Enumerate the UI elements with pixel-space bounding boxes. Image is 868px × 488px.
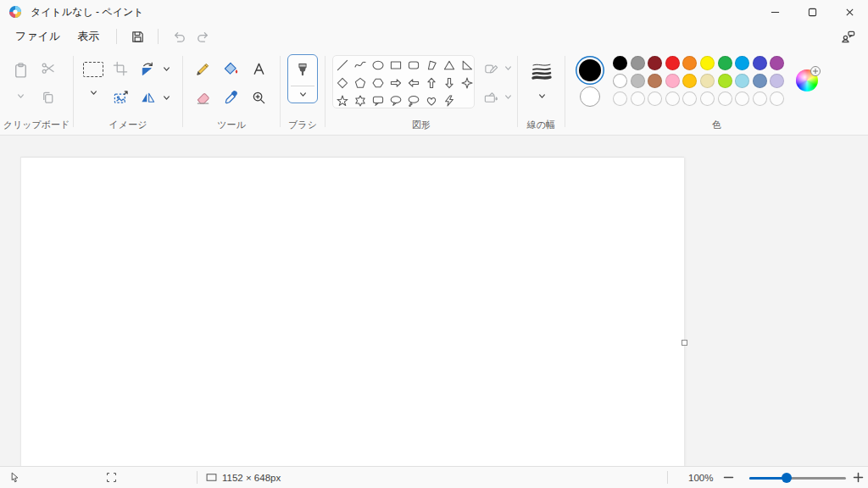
shape-heart[interactable] (422, 92, 440, 109)
shape-hexagon[interactable] (369, 74, 387, 92)
palette-empty-slot[interactable] (648, 92, 662, 106)
shape-polygon[interactable] (422, 56, 440, 74)
group-label: 図形 (326, 119, 517, 131)
palette-empty-slot[interactable] (613, 92, 627, 106)
rotate-button[interactable] (136, 58, 159, 80)
fill-button[interactable] (220, 58, 242, 80)
select-button[interactable] (81, 59, 106, 80)
shape-curve[interactable] (351, 56, 369, 74)
maximize-button[interactable] (793, 0, 831, 24)
chevron-down-icon[interactable] (502, 62, 514, 74)
shape-line[interactable] (333, 56, 351, 74)
shape-lightning[interactable] (440, 92, 458, 109)
status-bar: 1152 × 648px 100% (0, 466, 868, 488)
palette-color[interactable] (700, 56, 715, 70)
feedback-icon[interactable] (836, 25, 860, 47)
palette-color[interactable] (648, 56, 662, 70)
shape-pentagon[interactable] (351, 74, 369, 92)
shape-right-triangle[interactable] (458, 56, 476, 74)
paste-button[interactable] (5, 54, 36, 103)
palette-color[interactable] (631, 56, 645, 70)
foreground-color-swatch[interactable] (579, 59, 601, 81)
paste-icon (12, 54, 30, 83)
shape-star-5[interactable] (333, 92, 351, 109)
chevron-down-icon[interactable] (87, 86, 99, 98)
shape-fill-button[interactable] (480, 86, 502, 108)
pencil-button[interactable] (192, 58, 214, 80)
brush-button[interactable] (287, 54, 318, 103)
palette-color[interactable] (770, 56, 784, 70)
shape-ellipse[interactable] (369, 56, 387, 74)
palette-color[interactable] (665, 74, 680, 88)
palette-empty-slot[interactable] (735, 92, 749, 106)
undo-button[interactable] (167, 25, 191, 47)
close-button[interactable] (831, 0, 868, 24)
chevron-down-icon[interactable] (160, 92, 172, 103)
palette-color[interactable] (682, 56, 697, 70)
shape-callout-oval[interactable] (387, 92, 404, 109)
palette-empty-slot[interactable] (753, 92, 767, 106)
eraser-button[interactable] (192, 86, 214, 108)
palette-color[interactable] (700, 74, 715, 88)
shape-outline-button[interactable] (480, 57, 502, 79)
palette-empty-slot[interactable] (665, 92, 680, 106)
line-width-button[interactable] (529, 59, 554, 83)
crop-button[interactable] (109, 58, 131, 80)
menu-file[interactable]: ファイル (7, 26, 69, 47)
cut-button[interactable] (37, 58, 59, 80)
shape-star-6[interactable] (351, 92, 369, 109)
chevron-down-icon[interactable] (160, 63, 172, 75)
shape-star-4[interactable] (458, 74, 476, 92)
palette-color[interactable] (735, 56, 749, 70)
shape-triangle[interactable] (440, 56, 458, 74)
canvas-resize-handle[interactable] (682, 340, 687, 346)
chevron-down-icon[interactable] (536, 90, 548, 102)
palette-color[interactable] (682, 74, 697, 88)
menu-view[interactable]: 表示 (69, 26, 108, 47)
shape-arrow-up[interactable] (422, 74, 440, 92)
zoom-slider-thumb[interactable] (782, 473, 792, 483)
redo-button[interactable] (191, 25, 214, 47)
zoom-out-button[interactable] (722, 467, 735, 488)
palette-empty-slot[interactable] (700, 92, 715, 106)
shape-arrow-left[interactable] (404, 74, 422, 92)
zoom-in-button[interactable] (852, 467, 865, 488)
palette-color[interactable] (753, 74, 767, 88)
drawing-canvas[interactable] (20, 157, 684, 466)
palette-color[interactable] (770, 74, 784, 88)
shape-callout-rounded[interactable] (369, 92, 387, 109)
palette-empty-slot[interactable] (718, 92, 732, 106)
palette-color[interactable] (613, 74, 627, 88)
text-button[interactable] (248, 58, 270, 80)
zoom-slider[interactable] (749, 477, 846, 480)
shape-rectangle[interactable] (387, 56, 404, 74)
palette-empty-slot[interactable] (682, 92, 697, 106)
edit-colors-button[interactable] (796, 69, 818, 92)
shape-arrow-right[interactable] (387, 74, 404, 92)
shape-diamond[interactable] (333, 74, 351, 92)
palette-empty-slot[interactable] (631, 92, 645, 106)
selection-size-icon (105, 467, 118, 488)
palette-color[interactable] (753, 56, 767, 70)
background-color-swatch[interactable] (580, 86, 600, 107)
chevron-down-icon[interactable] (288, 86, 317, 103)
palette-color[interactable] (613, 56, 627, 70)
minimize-button[interactable] (756, 0, 793, 24)
save-button[interactable] (125, 25, 149, 47)
resize-button[interactable] (109, 86, 131, 108)
chevron-down-icon[interactable] (502, 91, 514, 103)
flip-button[interactable] (136, 86, 159, 108)
magnifier-button[interactable] (248, 86, 270, 108)
shape-arrow-down[interactable] (440, 74, 458, 92)
shape-callout-cloud[interactable] (404, 92, 422, 109)
palette-empty-slot[interactable] (770, 92, 784, 106)
eyedropper-button[interactable] (220, 86, 242, 108)
shape-rounded-rectangle[interactable] (404, 56, 422, 74)
palette-color[interactable] (718, 56, 732, 70)
copy-button[interactable] (37, 86, 59, 108)
palette-color[interactable] (631, 74, 645, 88)
palette-color[interactable] (735, 74, 749, 88)
palette-color[interactable] (718, 74, 732, 88)
palette-color[interactable] (665, 56, 680, 70)
palette-color[interactable] (648, 74, 662, 88)
